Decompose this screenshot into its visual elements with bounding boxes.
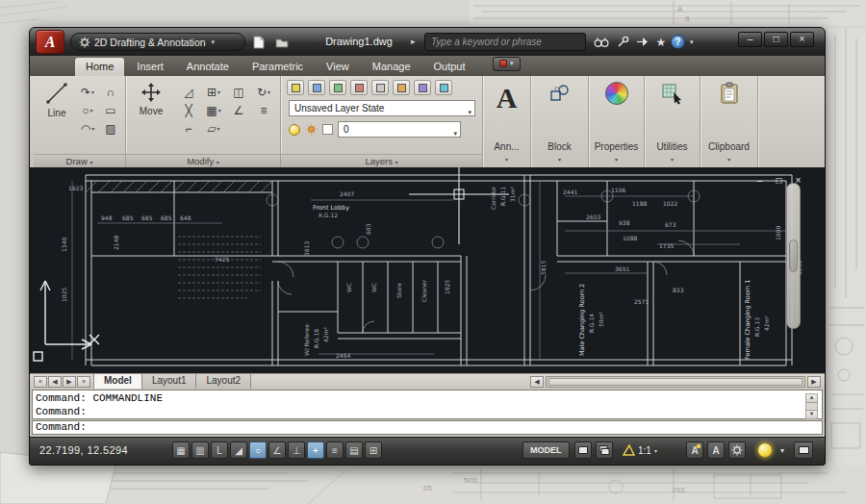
new-file-button[interactable] bbox=[249, 33, 268, 51]
layer-tool-icon-7[interactable] bbox=[435, 80, 452, 95]
layer-on-bulb-icon[interactable] bbox=[289, 124, 300, 136]
scroll-down-icon[interactable]: ▼ bbox=[806, 410, 817, 418]
draw-tool-button-5[interactable]: ▨ bbox=[105, 123, 115, 135]
modify-tool-button-5[interactable]: ▦▾ bbox=[206, 105, 220, 116]
status-toggle-sc[interactable]: ⊞ bbox=[365, 441, 382, 459]
modify-tool-button-0[interactable]: ◿ bbox=[184, 87, 192, 98]
ribbon-tab-manage[interactable]: Manage bbox=[362, 58, 421, 76]
status-menu-arrow[interactable]: ▾ bbox=[780, 446, 784, 455]
modify-tool-button-6[interactable]: ∠ bbox=[234, 105, 244, 116]
command-history[interactable]: Command: COMMANDLINECommand: ▲ ▼ bbox=[32, 390, 823, 419]
modify-tool-button-8[interactable]: ⌐ bbox=[185, 123, 191, 135]
workspace-switcher[interactable]: 2D Drafting & Annotation ▾ bbox=[70, 33, 245, 51]
command-scrollbar[interactable]: ▲ ▼ bbox=[805, 393, 818, 419]
autocad-logo-button[interactable]: A bbox=[36, 30, 64, 54]
modify-tool-button-3[interactable]: ↻▾ bbox=[257, 87, 270, 98]
panel-clipboard[interactable]: Clipboard ▾ bbox=[700, 76, 758, 167]
help-button[interactable]: ? bbox=[671, 35, 685, 49]
panel-footer-modify[interactable]: Modify ▾ bbox=[126, 154, 280, 167]
panel-utilities[interactable]: Utilities ▾ bbox=[645, 76, 700, 167]
line-button[interactable]: Line bbox=[41, 82, 72, 118]
workspace-gear-button[interactable] bbox=[728, 441, 746, 459]
annotation-visibility-button[interactable]: A bbox=[686, 441, 703, 459]
layout-nav-button-3[interactable]: » bbox=[77, 376, 90, 388]
draw-tool-button-2[interactable]: ○▾ bbox=[82, 105, 92, 116]
status-toggle-ducs[interactable]: ⊥ bbox=[288, 441, 305, 459]
status-toggle-ortho[interactable]: L bbox=[211, 441, 228, 459]
panel-properties[interactable]: Properties ▾ bbox=[589, 76, 645, 167]
send-arrow-icon[interactable] bbox=[632, 33, 651, 51]
layout-tab-layout1[interactable]: Layout1 bbox=[141, 374, 197, 390]
ribbon-tab-parametric[interactable]: Parametric bbox=[242, 58, 314, 76]
help-dropdown-arrow[interactable]: ▾ bbox=[690, 38, 694, 46]
draw-tool-button-1[interactable]: ∩ bbox=[107, 87, 115, 98]
layout-tab-layout2[interactable]: Layout2 bbox=[195, 374, 251, 390]
ribbon-tab-home[interactable]: Home bbox=[75, 58, 124, 76]
annotation-scale-control[interactable]: 1:1 ▾ bbox=[623, 441, 657, 459]
doc-minimize-button[interactable]: – bbox=[751, 175, 768, 188]
panel-block[interactable]: Block ▾ bbox=[531, 76, 589, 167]
quick-view-layouts-button[interactable] bbox=[574, 441, 592, 459]
drawing-area[interactable]: 192394868568568564813401025214874252407F… bbox=[30, 167, 825, 373]
command-input-line[interactable]: Command: bbox=[32, 420, 823, 435]
status-toggle-snap[interactable]: ▦ bbox=[172, 441, 190, 459]
modify-tool-button-1[interactable]: ⊞▾ bbox=[207, 87, 220, 98]
layer-freeze-sun-icon[interactable] bbox=[305, 123, 318, 136]
wrench-icon[interactable] bbox=[613, 33, 632, 51]
status-toggle-lwt[interactable]: ≡ bbox=[326, 441, 344, 459]
draw-tool-button-0[interactable]: ↷▾ bbox=[81, 87, 94, 98]
ribbon-tab-output[interactable]: Output bbox=[423, 58, 476, 76]
canvas-vertical-scrollbar[interactable] bbox=[786, 183, 801, 329]
layer-tool-icon-6[interactable] bbox=[414, 80, 431, 95]
draw-tool-button-3[interactable]: ▭ bbox=[105, 105, 115, 116]
panel-annotation[interactable]: A Ann... ▾ bbox=[483, 76, 531, 167]
search-icon[interactable] bbox=[592, 33, 611, 51]
status-toggle-otrack[interactable]: ∠ bbox=[268, 441, 286, 459]
layer-lock-icon[interactable] bbox=[322, 124, 333, 135]
scrollbar-thumb[interactable] bbox=[789, 239, 798, 272]
current-layer-dropdown[interactable]: 0 ▾ bbox=[338, 121, 461, 138]
tray-bulb-icon[interactable] bbox=[757, 442, 773, 458]
layout-nav-button-1[interactable]: ◀ bbox=[48, 376, 62, 388]
scroll-up-icon[interactable]: ▲ bbox=[806, 394, 817, 403]
status-toggle-dyn[interactable]: + bbox=[307, 441, 324, 459]
doc-restore-button[interactable]: □ bbox=[771, 175, 787, 188]
status-toggle-qp[interactable]: ▤ bbox=[345, 441, 363, 459]
modify-tool-button-7[interactable]: ≡ bbox=[260, 105, 267, 116]
title-flyout-arrow[interactable]: ▸ bbox=[411, 37, 416, 46]
ribbon-tab-annotate[interactable]: Annotate bbox=[176, 58, 240, 76]
layout-nav-button-0[interactable]: « bbox=[34, 376, 47, 388]
model-space-button[interactable]: MODEL bbox=[522, 441, 570, 459]
hscroll-right-button[interactable]: ▶ bbox=[807, 376, 821, 388]
layer-state-dropdown[interactable]: Unsaved Layer State ▾ bbox=[289, 100, 475, 116]
favorites-star-icon[interactable]: ★ bbox=[651, 33, 671, 51]
status-toggle-osnap[interactable]: ○ bbox=[249, 441, 267, 459]
layout-tab-model[interactable]: Model bbox=[93, 374, 142, 390]
layer-tool-icon-0[interactable] bbox=[287, 80, 304, 95]
status-toggle-polar[interactable]: ◢ bbox=[230, 441, 247, 459]
layer-tool-icon-4[interactable] bbox=[371, 80, 389, 95]
layer-tool-icon-1[interactable] bbox=[308, 80, 325, 95]
panel-footer-draw[interactable]: Draw ▾ bbox=[34, 154, 125, 167]
search-input[interactable] bbox=[424, 33, 586, 51]
clean-screen-button[interactable] bbox=[794, 441, 813, 459]
minimize-button[interactable]: – bbox=[738, 32, 762, 47]
close-button[interactable]: × bbox=[790, 32, 814, 47]
layer-tool-icon-2[interactable] bbox=[329, 80, 346, 95]
modify-tool-button-9[interactable]: ▱▾ bbox=[207, 123, 219, 135]
open-file-button[interactable] bbox=[272, 33, 292, 51]
panel-footer-layers[interactable]: Layers ▾ bbox=[281, 154, 482, 167]
modify-tool-button-2[interactable]: ◫ bbox=[233, 87, 243, 98]
horizontal-scrollbar[interactable] bbox=[546, 376, 805, 388]
quick-view-drawings-button[interactable] bbox=[596, 441, 613, 459]
move-button[interactable]: Move bbox=[134, 82, 168, 116]
layer-tool-icon-5[interactable] bbox=[393, 80, 410, 95]
layer-tool-icon-3[interactable] bbox=[350, 80, 368, 95]
hscroll-left-button[interactable]: ◀ bbox=[530, 376, 544, 388]
annotation-autoscale-button[interactable]: A bbox=[707, 441, 725, 459]
draw-tool-button-4[interactable]: ◠▾ bbox=[81, 123, 95, 135]
modify-tool-button-4[interactable]: ╳ bbox=[185, 105, 191, 116]
status-toggle-grid[interactable]: ▥ bbox=[191, 441, 209, 459]
layout-nav-button-2[interactable]: ▶ bbox=[63, 376, 76, 388]
ribbon-overflow-button[interactable]: ▾ bbox=[493, 57, 521, 71]
